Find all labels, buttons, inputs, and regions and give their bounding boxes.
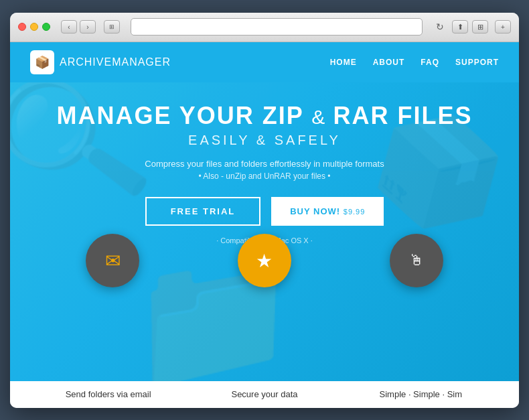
feature-secure: ★ — [190, 261, 339, 287]
window-button[interactable]: ⊞ — [104, 20, 120, 33]
traffic-light-yellow[interactable] — [30, 23, 38, 31]
address-bar[interactable] — [131, 18, 423, 36]
feature-label-secure: Secure your data — [187, 388, 342, 400]
feature-simple-icon: 🖱 — [390, 234, 443, 287]
hero-title-amp: & — [311, 106, 333, 128]
hero-subtitle-text: EASILY — [188, 133, 250, 147]
logo-text: ARCHIVEMANAGER — [60, 56, 171, 68]
logo-bold: ARCHIVE — [60, 56, 112, 68]
hero-title-line1: MANAGE YOUR ZIP — [56, 102, 303, 129]
hero-subtitle-end: SAFELY — [275, 133, 341, 147]
website-content: 📦 ARCHIVEMANAGER HOME ABOUT FAQ SUPPORT … — [10, 42, 519, 408]
hero-subtitle-amp: & — [256, 133, 275, 147]
hero-sub-description: • Also - unZip and UnRAR your files • — [37, 171, 492, 181]
hero-title: MANAGE YOUR ZIP & RAR FILES — [37, 102, 492, 129]
logo-light: MANAGER — [112, 56, 171, 68]
new-tab-button[interactable]: ⊞ — [472, 20, 488, 33]
feature-label-email: Send folders via email — [31, 388, 185, 400]
hero-description: Compress your files and folders effortle… — [37, 159, 492, 169]
browser-toolbar: ‹ › ⊞ ↻ ⬆ ⊞ + — [10, 13, 519, 42]
logo-icon: 📦 — [30, 50, 54, 74]
feature-email-icon: ✉ — [86, 234, 139, 287]
nav-faq[interactable]: FAQ — [421, 58, 439, 67]
nav-support[interactable]: SUPPORT — [455, 58, 499, 67]
site-header: 📦 ARCHIVEMANAGER HOME ABOUT FAQ SUPPORT — [10, 42, 519, 82]
nav-about[interactable]: ABOUT — [373, 58, 405, 67]
feature-email: ✉ — [37, 261, 187, 287]
browser-nav-buttons: ‹ › — [61, 20, 96, 33]
nav-home[interactable]: HOME — [330, 58, 357, 67]
buy-now-label: BUY NOW! — [290, 206, 340, 216]
features-row: ✉ ★ 🖱 — [37, 261, 492, 287]
free-trial-button[interactable]: FREE TRIAL — [145, 197, 261, 226]
feature-label-simple-text: Simple · Simple · Sim — [380, 389, 463, 399]
browser-window: ‹ › ⊞ ↻ ⬆ ⊞ + 📦 ARCHIVEMANAGER HOME ABOU… — [10, 13, 519, 408]
buy-now-price: $9.99 — [344, 208, 366, 216]
hero-section: 🔍 📦 📁 MANAGE YOUR ZIP & RAR FILES EASILY… — [10, 82, 519, 381]
site-nav: HOME ABOUT FAQ SUPPORT — [330, 58, 499, 67]
feature-labels: Send folders via email Secure your data … — [10, 381, 519, 408]
hero-subtitle: EASILY & SAFELY — [37, 133, 492, 148]
traffic-lights — [18, 23, 50, 31]
feature-label-email-text: Send folders via email — [66, 389, 151, 399]
reload-button[interactable]: ↻ — [433, 20, 447, 33]
share-button[interactable]: ⬆ — [452, 20, 468, 33]
back-button[interactable]: ‹ — [61, 20, 77, 33]
logo: 📦 ARCHIVEMANAGER — [30, 50, 171, 74]
feature-simple: 🖱 — [341, 261, 491, 287]
buy-now-button[interactable]: BUY NOW! $9.99 — [271, 197, 384, 226]
feature-label-simple: Simple · Simple · Sim — [344, 388, 498, 400]
traffic-light-green[interactable] — [42, 23, 50, 31]
forward-button[interactable]: › — [80, 20, 96, 33]
hero-buttons: FREE TRIAL BUY NOW! $9.99 — [37, 197, 492, 226]
traffic-light-red[interactable] — [18, 23, 26, 31]
expand-button[interactable]: + — [495, 20, 511, 33]
feature-label-secure-text: Secure your data — [231, 389, 297, 399]
feature-secure-icon: ★ — [238, 234, 291, 287]
toolbar-actions: ⬆ ⊞ — [452, 20, 488, 33]
hero-title-line2: RAR FILES — [333, 102, 473, 129]
